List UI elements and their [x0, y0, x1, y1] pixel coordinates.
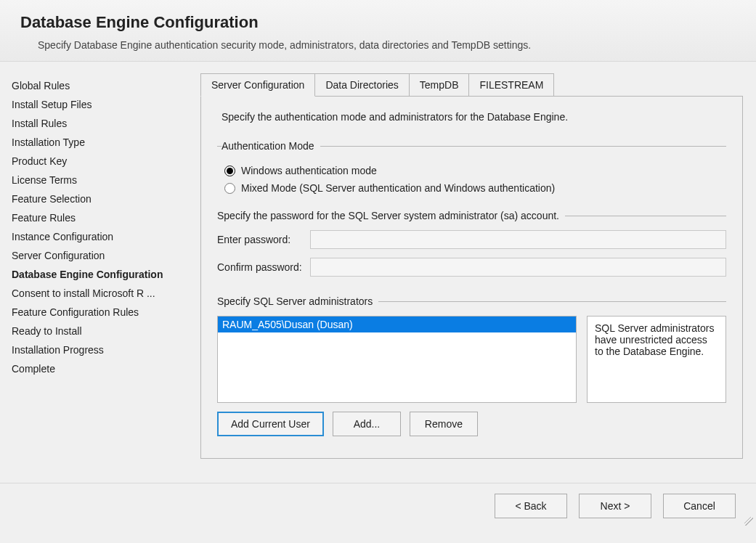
- step-item[interactable]: Install Setup Files: [12, 95, 176, 114]
- radio-mixed-auth[interactable]: [224, 183, 235, 194]
- step-item[interactable]: Feature Configuration Rules: [12, 303, 176, 322]
- sql-admins-group: Specify SQL Server administrators RAUM_A…: [217, 295, 726, 436]
- step-item[interactable]: Database Engine Configuration: [12, 265, 176, 284]
- step-item[interactable]: Installation Type: [12, 133, 176, 152]
- step-item[interactable]: Consent to install Microsoft R ...: [12, 284, 176, 303]
- cancel-button[interactable]: Cancel: [663, 494, 736, 518]
- wizard-footer: < Back Next > Cancel: [0, 483, 756, 528]
- confirm-password-label: Confirm password:: [217, 261, 310, 273]
- confirm-password-row: Confirm password:: [217, 258, 726, 277]
- enter-password-row: Enter password:: [217, 230, 726, 249]
- enter-password-input[interactable]: [310, 230, 726, 249]
- resize-grip-icon[interactable]: [744, 517, 753, 526]
- step-item[interactable]: License Terms: [12, 171, 176, 189]
- sql-admins-buttons: Add Current User Add... Remove: [217, 412, 726, 436]
- page-subtitle: Specify Database Engine authentication s…: [38, 39, 736, 51]
- remove-button[interactable]: Remove: [410, 412, 478, 436]
- sa-password-legend: Specify the password for the SQL Server …: [217, 210, 565, 221]
- sql-admin-item[interactable]: RAUM_A505\Dusan (Dusan): [218, 317, 576, 332]
- sql-admins-listbox[interactable]: RAUM_A505\Dusan (Dusan): [217, 316, 577, 403]
- main-panel: Server ConfigurationData DirectoriesTemp…: [187, 62, 756, 483]
- authentication-mode-legend: Authentication Mode: [221, 140, 320, 152]
- tab[interactable]: Server Configuration: [200, 73, 315, 97]
- authentication-mode-group: Authentication Mode Windows authenticati…: [217, 140, 726, 200]
- step-item[interactable]: Install Rules: [12, 114, 176, 133]
- radio-windows-auth-row[interactable]: Windows authentication mode: [221, 165, 726, 176]
- wizard-body: Global RulesInstall Setup FilesInstall R…: [0, 62, 756, 483]
- step-item[interactable]: Ready to Install: [12, 322, 176, 340]
- add-current-user-button[interactable]: Add Current User: [217, 412, 324, 436]
- radio-mixed-auth-row[interactable]: Mixed Mode (SQL Server authentication an…: [221, 182, 726, 194]
- radio-windows-auth[interactable]: [224, 166, 235, 176]
- step-item[interactable]: Complete: [12, 359, 176, 378]
- confirm-password-input[interactable]: [310, 258, 726, 277]
- step-item[interactable]: Global Rules: [12, 76, 176, 95]
- enter-password-label: Enter password:: [217, 234, 310, 245]
- panel-intro-text: Specify the authentication mode and admi…: [221, 111, 726, 123]
- step-sidebar: Global RulesInstall Setup FilesInstall R…: [0, 62, 187, 483]
- step-list: Global RulesInstall Setup FilesInstall R…: [12, 76, 176, 378]
- radio-mixed-auth-label[interactable]: Mixed Mode (SQL Server authentication an…: [241, 182, 555, 194]
- tab[interactable]: Data Directories: [314, 73, 409, 96]
- sql-admins-info: SQL Server administrators have unrestric…: [587, 316, 726, 403]
- add-button[interactable]: Add...: [333, 412, 401, 436]
- server-configuration-panel: Specify the authentication mode and admi…: [200, 96, 743, 459]
- sql-admins-legend: Specify SQL Server administrators: [217, 295, 378, 307]
- step-item[interactable]: Installation Progress: [12, 340, 176, 359]
- step-item[interactable]: Server Configuration: [12, 246, 176, 265]
- step-item[interactable]: Instance Configuration: [12, 227, 176, 246]
- sql-admins-row: RAUM_A505\Dusan (Dusan) SQL Server admin…: [217, 316, 726, 403]
- step-item[interactable]: Feature Rules: [12, 208, 176, 227]
- next-button[interactable]: Next >: [579, 494, 651, 518]
- tab[interactable]: TempDB: [409, 73, 470, 96]
- step-item[interactable]: Feature Selection: [12, 189, 176, 208]
- page-title: Database Engine Configuration: [20, 13, 736, 32]
- tab[interactable]: FILESTREAM: [468, 73, 554, 96]
- step-item[interactable]: Product Key: [12, 152, 176, 171]
- sa-password-group: Specify the password for the SQL Server …: [217, 210, 726, 285]
- radio-windows-auth-label[interactable]: Windows authentication mode: [241, 165, 377, 176]
- wizard-header: Database Engine Configuration Specify Da…: [0, 0, 756, 62]
- back-button[interactable]: < Back: [495, 494, 567, 518]
- tab-strip: Server ConfigurationData DirectoriesTemp…: [200, 73, 743, 96]
